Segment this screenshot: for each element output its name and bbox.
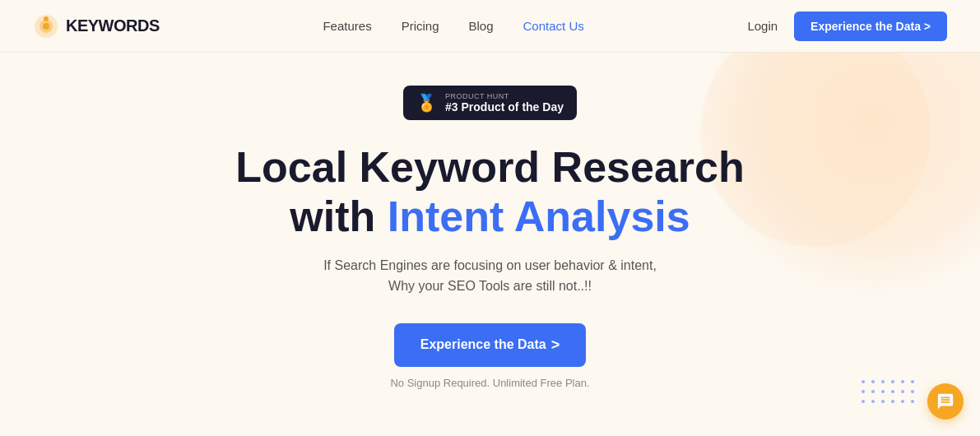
hero-cta-button[interactable]: Experience the Data > (394, 323, 586, 367)
hero-heading-highlight: Intent Analysis (388, 192, 690, 240)
nav-cta-button[interactable]: Experience the Data > (794, 12, 947, 41)
nav-links: Features Pricing Blog Contact Us (323, 19, 583, 33)
hero-cta-label: Experience the Data (420, 337, 546, 352)
badge-rank: #3 Product of the Day (445, 100, 564, 114)
hero-heading-line2-plain: with (290, 192, 387, 240)
navbar: KEYWORDS Features Pricing Blog Contact U… (0, 0, 980, 53)
chat-bubble[interactable] (927, 383, 964, 420)
svg-point-2 (43, 23, 49, 30)
badge-content: Product Hunt #3 Product of the Day (445, 92, 564, 114)
hero-heading: Local Keyword Research with Intent Analy… (235, 143, 744, 242)
hero-cta-arrow: > (551, 336, 560, 354)
product-hunt-badge[interactable]: 🏅 Product Hunt #3 Product of the Day (403, 86, 577, 120)
hero-section: 🏅 Product Hunt #3 Product of the Day Loc… (0, 53, 980, 389)
logo-icon (33, 13, 59, 39)
hero-subtext-line1: If Search Engines are focusing on user b… (323, 258, 657, 272)
nav-link-features[interactable]: Features (323, 19, 371, 33)
hero-subtext-line2: Why your SEO Tools are still not..!! (388, 279, 592, 293)
chat-icon (936, 392, 954, 410)
logo[interactable]: KEYWORDS (33, 13, 160, 39)
logo-text: KEYWORDS (66, 16, 160, 35)
nav-link-blog[interactable]: Blog (469, 19, 494, 33)
badge-trophy-icon: 🏅 (416, 93, 437, 113)
no-signup-text: No Signup Required. Unlimited Free Plan. (390, 377, 589, 389)
nav-link-contact[interactable]: Contact Us (523, 19, 584, 33)
login-link[interactable]: Login (747, 19, 778, 33)
badge-platform: Product Hunt (445, 92, 509, 100)
hero-subtext: If Search Engines are focusing on user b… (323, 255, 657, 297)
nav-link-pricing[interactable]: Pricing (402, 19, 439, 33)
hero-heading-line1: Local Keyword Research (235, 143, 744, 191)
nav-right: Login Experience the Data > (747, 12, 947, 41)
svg-point-3 (44, 16, 49, 21)
